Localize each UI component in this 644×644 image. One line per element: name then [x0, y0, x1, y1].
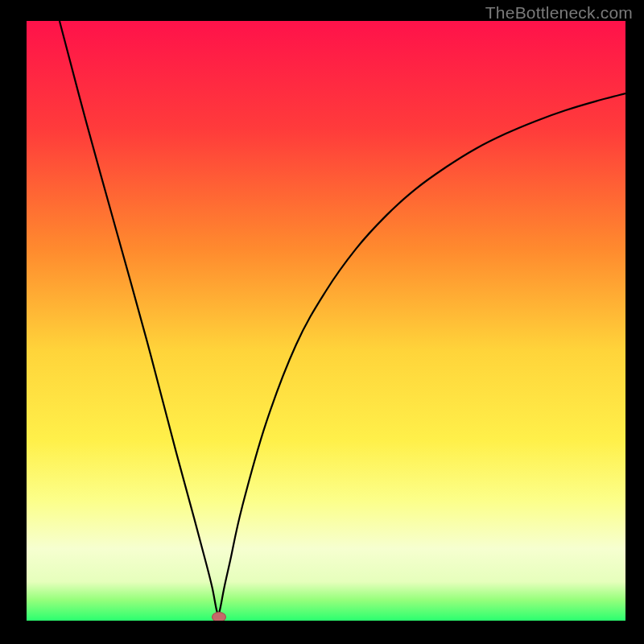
- curve-layer: [27, 21, 625, 621]
- bottleneck-curve: [60, 21, 625, 615]
- chart-frame: TheBottleneck.com: [0, 0, 644, 644]
- watermark-text: TheBottleneck.com: [485, 3, 633, 23]
- minimum-marker: [212, 612, 226, 621]
- plot-area: [27, 21, 625, 621]
